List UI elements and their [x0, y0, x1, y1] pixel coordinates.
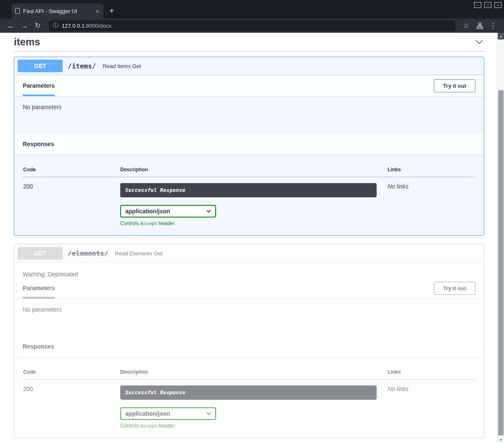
status-code: 200 [23, 177, 120, 227]
opblock-get-items: GET /items/ Read Items Get Parameters Tr… [14, 57, 484, 236]
parameters-tab: Parameters [23, 278, 55, 299]
operation-summary[interactable]: GET /items/ Read Items Get [14, 57, 484, 75]
no-parameters-text: No parameters [23, 104, 475, 110]
media-type-select[interactable]: application/json [120, 205, 216, 218]
media-type-select[interactable]: application/json [120, 407, 216, 420]
operation-summary-text: Read Elements Get [115, 250, 162, 257]
media-type-value: application/json [125, 208, 170, 215]
responses-header: Responses [14, 336, 484, 357]
window-controls: ─ □ × [474, 2, 501, 8]
responses-table: Code Description Links 200 Successful Re… [23, 369, 475, 429]
status-code: 200 [23, 380, 120, 430]
parameters-header: Parameters Try it out [14, 278, 484, 299]
minimize-button[interactable]: ─ [474, 2, 481, 8]
responses-body: Code Description Links 200 Successful Re… [14, 155, 484, 235]
parameters-tab: Parameters [23, 75, 55, 96]
parameters-body: No parameters [14, 299, 484, 336]
media-type-value: application/json [125, 410, 170, 417]
browser-navbar: ← → ↻ ⓘ 127.0.0.1:8000/docs ☆ ⋮ [0, 18, 504, 33]
vertical-scrollbar[interactable]: ▲ ▼ [497, 33, 504, 443]
responses-header: Responses [14, 134, 484, 155]
opblock-get-elements-deprecated: GET /elements/ Read Elements Get Warning… [14, 244, 484, 438]
chevron-down-icon [207, 209, 211, 213]
responses-title: Responses [23, 343, 54, 350]
method-badge: GET [18, 60, 63, 72]
try-it-out-button[interactable]: Try it out [434, 79, 475, 92]
scrollbar-thumb[interactable] [498, 90, 504, 435]
scroll-down-icon[interactable]: ▼ [498, 436, 504, 443]
tab-close-icon[interactable]: × [95, 8, 100, 14]
section-title[interactable]: items [14, 36, 40, 48]
close-button[interactable]: × [494, 2, 501, 8]
page-favicon-icon [15, 8, 20, 14]
url-text: 127.0.0.1:8000/docs [62, 23, 111, 29]
links-value: No links [387, 380, 475, 430]
accept-header-note: Controls Accept header. [120, 423, 387, 429]
url-host: 127.0.0.1 [62, 23, 84, 29]
code-column-header: Code [23, 166, 120, 177]
browser-titlebar: Fast API - Swagger UI × + ─ □ × [0, 0, 504, 18]
tab-title: Fast API - Swagger UI [23, 8, 91, 14]
code-column-header: Code [23, 369, 120, 380]
url-path: :8000/docs [84, 23, 111, 29]
maximize-button[interactable]: □ [484, 2, 491, 8]
items-section-header: items [14, 36, 484, 52]
method-badge: GET [18, 247, 63, 260]
new-tab-button[interactable]: + [109, 7, 114, 15]
reload-icon[interactable]: ↻ [32, 22, 44, 29]
responses-table: Code Description Links 200 Successful Re… [23, 166, 475, 227]
operation-summary[interactable]: GET /elements/ Read Elements Get [14, 244, 484, 262]
no-parameters-text: No parameters [23, 306, 475, 313]
try-it-out-button[interactable]: Try it out [434, 282, 475, 295]
parameters-header: Parameters Try it out [14, 75, 484, 96]
response-description: Successful Response [120, 183, 377, 197]
chevron-down-icon[interactable] [474, 37, 484, 47]
chevron-down-icon [207, 411, 211, 415]
description-column-header: Description [120, 166, 387, 177]
response-description: Successful Response [120, 385, 377, 400]
description-column-header: Description [120, 369, 387, 380]
info-icon[interactable]: ⓘ [53, 22, 58, 29]
deprecated-warning: Warning: Deprecated [14, 262, 484, 278]
response-row: 200 Successful Response application/json… [23, 177, 475, 227]
bookmark-star-icon[interactable]: ☆ [460, 22, 472, 29]
links-column-header: Links [387, 166, 475, 177]
browser-hub-icon[interactable] [474, 22, 486, 29]
forward-icon[interactable]: → [18, 22, 30, 29]
page-content: items GET /items/ Read Items Get Paramet… [0, 33, 504, 438]
links-column-header: Links [387, 369, 475, 380]
back-icon[interactable]: ← [5, 22, 17, 29]
address-bar[interactable]: ⓘ 127.0.0.1:8000/docs [49, 20, 455, 31]
menu-dots-icon[interactable]: ⋮ [487, 22, 499, 29]
operation-path: /elements/ [68, 249, 108, 257]
response-row: 200 Successful Response application/json… [23, 380, 475, 430]
operation-path: /items/ [68, 62, 96, 70]
parameters-body: No parameters [14, 96, 484, 134]
swagger-page: items GET /items/ Read Items Get Paramet… [0, 33, 504, 443]
scroll-up-icon[interactable]: ▲ [498, 33, 504, 39]
links-value: No links [387, 177, 475, 227]
browser-tab[interactable]: Fast API - Swagger UI × [12, 3, 103, 18]
accept-header-note: Controls Accept header. [120, 220, 387, 226]
operation-summary-text: Read Items Get [103, 63, 141, 69]
responses-body: Code Description Links 200 Successful Re… [14, 357, 484, 438]
responses-title: Responses [23, 141, 54, 147]
